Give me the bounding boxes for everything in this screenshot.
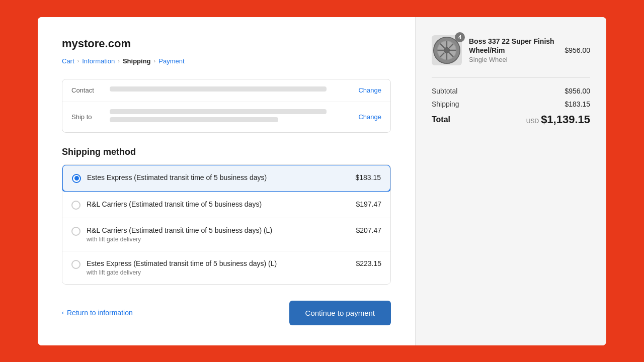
- store-title: mystore.com: [62, 37, 391, 50]
- right-panel: 4 Boss 337 22 Super Finish Wheel/Rim Sin…: [415, 17, 606, 345]
- grand-total-label: Total: [432, 115, 450, 124]
- subtotal-label: Subtotal: [432, 87, 457, 95]
- breadcrumb-sep-1: ›: [77, 58, 79, 64]
- return-link-label: Return to information: [67, 309, 133, 317]
- breadcrumb-payment: Payment: [158, 57, 184, 65]
- option-info-0: Estes Express (Estimated transit time of…: [87, 173, 349, 182]
- grand-total-value: $1,139.15: [541, 113, 590, 126]
- shipping-method-title: Shipping method: [62, 147, 391, 157]
- subtotal-value: $956.00: [565, 87, 590, 95]
- totals-section: Subtotal $956.00 Shipping $183.15 Total …: [432, 77, 590, 126]
- breadcrumb-information[interactable]: Information: [82, 57, 115, 65]
- option-price-1: $197.47: [356, 200, 381, 208]
- breadcrumb-sep-2: ›: [118, 58, 120, 64]
- shipping-option-0[interactable]: Estes Express (Estimated transit time of…: [62, 164, 391, 192]
- chevron-left-icon: ‹: [62, 309, 64, 316]
- subtotal-row: Subtotal $956.00: [432, 87, 590, 95]
- product-badge: 4: [455, 32, 465, 42]
- return-to-information-link[interactable]: ‹ Return to information: [62, 309, 133, 317]
- ship-to-value: [110, 109, 350, 125]
- shipping-option-3[interactable]: Estes Express (Estimated transit time of…: [62, 251, 390, 284]
- contact-label: Contact: [71, 86, 102, 94]
- option-name-2: R&L Carriers (Estimated transit time of …: [87, 226, 350, 234]
- option-info-2: R&L Carriers (Estimated transit time of …: [87, 226, 350, 243]
- ship-to-row: Ship to Change: [62, 102, 390, 132]
- ship-to-bar-1: [110, 109, 327, 114]
- info-card: Contact Change Ship to Change: [62, 79, 391, 133]
- option-info-1: R&L Carriers (Estimated transit time of …: [87, 200, 350, 208]
- continue-to-payment-button[interactable]: Continue to payment: [289, 301, 391, 325]
- option-name-3: Estes Express (Estimated transit time of…: [87, 259, 350, 267]
- contact-bar: [110, 86, 327, 92]
- option-price-2: $207.47: [356, 226, 381, 234]
- product-details: Boss 337 22 Super Finish Wheel/Rim Singl…: [469, 37, 557, 63]
- grand-value-wrap: USD $1,139.15: [526, 113, 590, 126]
- option-sub-2: with lift gate delivery: [87, 236, 350, 243]
- ship-to-change-link[interactable]: Change: [358, 113, 381, 121]
- contact-row: Contact Change: [62, 79, 390, 102]
- page-container: mystore.com Cart › Information › Shippin…: [38, 17, 606, 345]
- option-sub-3: with lift gate delivery: [87, 269, 350, 276]
- shipping-option-1[interactable]: R&L Carriers (Estimated transit time of …: [62, 192, 390, 218]
- breadcrumb-shipping: Shipping: [123, 57, 151, 65]
- radio-rl-carriers[interactable]: [71, 201, 80, 210]
- radio-rl-carriers-l[interactable]: [71, 227, 80, 236]
- option-price-3: $223.15: [356, 259, 381, 267]
- option-name-0: Estes Express (Estimated transit time of…: [87, 173, 349, 182]
- footer-actions: ‹ Return to information Continue to paym…: [62, 301, 391, 325]
- option-price-0: $183.15: [355, 173, 381, 182]
- product-variant: Single Wheel: [469, 56, 557, 63]
- ship-to-label: Ship to: [71, 113, 102, 121]
- radio-estes-express[interactable]: [72, 174, 81, 183]
- breadcrumb-sep-3: ›: [154, 58, 156, 64]
- shipping-options: Estes Express (Estimated transit time of…: [62, 164, 391, 285]
- currency-label: USD: [526, 118, 539, 125]
- shipping-option-2[interactable]: R&L Carriers (Estimated transit time of …: [62, 218, 390, 251]
- breadcrumb: Cart › Information › Shipping › Payment: [62, 57, 391, 65]
- shipping-value: $183.15: [565, 100, 590, 108]
- product-price: $956.00: [565, 46, 590, 54]
- contact-value: [110, 86, 350, 95]
- product-row: 4 Boss 337 22 Super Finish Wheel/Rim Sin…: [432, 35, 590, 65]
- product-image-wrap: 4: [432, 35, 462, 65]
- left-panel: mystore.com Cart › Information › Shippin…: [38, 17, 415, 345]
- breadcrumb-cart[interactable]: Cart: [62, 57, 74, 65]
- shipping-label: Shipping: [432, 100, 459, 108]
- option-name-1: R&L Carriers (Estimated transit time of …: [87, 200, 350, 208]
- grand-total-row: Total USD $1,139.15: [432, 113, 590, 126]
- shipping-row: Shipping $183.15: [432, 100, 590, 108]
- ship-to-bar-2: [110, 117, 278, 122]
- svg-point-2: [444, 47, 449, 53]
- product-name: Boss 337 22 Super Finish Wheel/Rim: [469, 37, 557, 55]
- option-info-3: Estes Express (Estimated transit time of…: [87, 259, 350, 276]
- contact-change-link[interactable]: Change: [358, 86, 381, 94]
- radio-estes-express-l[interactable]: [71, 260, 80, 269]
